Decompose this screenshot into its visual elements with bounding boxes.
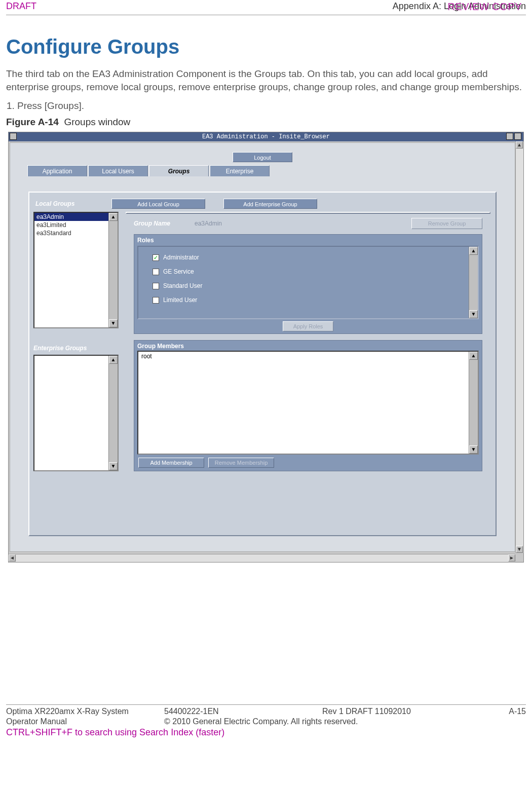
maximize-icon[interactable]	[514, 133, 521, 140]
footer-copyright: © 2010 General Electric Company. All rig…	[164, 717, 480, 726]
search-hint: CTRL+SHIFT+F to search using Search Inde…	[6, 727, 526, 738]
intro-paragraph: The third tab on the EA3 Administration …	[6, 67, 526, 93]
role-label: GE Service	[163, 268, 194, 275]
tab-enterprise[interactable]: Enterprise	[210, 165, 270, 176]
scroll-up-icon[interactable]: ▲	[469, 352, 478, 360]
app-window: EA3 Administration - Insite_Browser ▲ ▼ …	[8, 132, 524, 563]
tab-application[interactable]: Application	[27, 165, 87, 176]
role-label: Limited User	[163, 296, 197, 304]
role-row-ge-service[interactable]: GE Service	[153, 268, 464, 275]
scroll-down-icon[interactable]: ▼	[469, 445, 478, 454]
scroll-down-icon[interactable]: ▼	[469, 310, 478, 318]
checkbox-icon[interactable]: ✓	[153, 254, 159, 261]
listbox-scrollbar[interactable]: ▲ ▼	[469, 247, 478, 318]
scroll-down-icon[interactable]: ▼	[109, 462, 118, 470]
checkbox-icon[interactable]	[153, 283, 159, 289]
window-scrollbar-horizontal[interactable]: ◄ ►	[9, 554, 515, 562]
tab-local-users[interactable]: Local Users	[88, 165, 148, 176]
role-label: Standard User	[163, 282, 202, 289]
list-item[interactable]: ea3Standard	[34, 229, 118, 237]
page-title: Configure Groups	[6, 35, 526, 58]
scroll-down-icon[interactable]: ▼	[109, 319, 118, 327]
group-members-label: Group Members	[137, 343, 479, 350]
scroll-left-icon[interactable]: ◄	[9, 554, 16, 562]
figure-caption: Figure A-14 Groups window	[6, 117, 526, 128]
group-name-value: ea3Admin	[195, 220, 222, 227]
scroll-up-icon[interactable]: ▲	[516, 141, 523, 148]
window-titlebar[interactable]: EA3 Administration - Insite_Browser	[9, 132, 523, 141]
scroll-up-icon[interactable]: ▲	[109, 213, 118, 221]
group-members-listbox[interactable]: root ▲ ▼	[137, 351, 479, 455]
listbox-scrollbar[interactable]: ▲ ▼	[108, 213, 118, 327]
role-label: Administrator	[163, 254, 199, 261]
roles-label: Roles	[137, 237, 479, 244]
group-name-label: Group Name	[134, 220, 179, 227]
roles-section: Roles ✓ Administrator GE Service	[134, 234, 482, 334]
scroll-up-icon[interactable]: ▲	[469, 247, 478, 255]
footer-docnum: 54400222-1EN	[164, 707, 322, 716]
listbox-scrollbar[interactable]: ▲ ▼	[469, 352, 478, 454]
role-row-standard-user[interactable]: Standard User	[153, 282, 464, 289]
local-groups-listbox[interactable]: ea3Admin ea3Limited ea3Standard ▲ ▼	[33, 212, 119, 328]
footer-rev: Rev 1 DRAFT 11092010	[322, 707, 480, 716]
step-1: Press [Groups].	[17, 100, 526, 111]
listbox-scrollbar[interactable]: ▲ ▼	[108, 356, 118, 470]
scroll-right-icon[interactable]: ►	[508, 554, 515, 562]
footer-manual: Operator Manual	[6, 717, 164, 726]
tab-bar: Application Local Users Groups Enterpris…	[27, 165, 515, 176]
groups-panel: Local Groups Add Local Group Add Enterpr…	[28, 192, 497, 536]
window-title: EA3 Administration - Insite_Browser	[202, 133, 330, 140]
group-detail-panel: Group Name ea3Admin Remove Group Roles ✓…	[126, 212, 490, 214]
add-membership-button[interactable]: Add Membership	[138, 458, 204, 468]
scroll-up-icon[interactable]: ▲	[109, 356, 118, 364]
list-item[interactable]: ea3Limited	[34, 221, 118, 229]
role-row-administrator[interactable]: ✓ Administrator	[153, 254, 464, 261]
logout-button[interactable]: Logout	[233, 152, 292, 162]
apply-roles-button[interactable]: Apply Roles	[283, 321, 333, 331]
enterprise-groups-label: Enterprise Groups	[33, 345, 87, 352]
remove-group-button[interactable]: Remove Group	[411, 218, 482, 229]
window-scrollbar-vertical[interactable]: ▲ ▼	[515, 141, 523, 553]
scroll-down-icon[interactable]: ▼	[516, 546, 523, 553]
review-copy-stamp: REVIEW COPY	[447, 1, 522, 13]
minimize-icon[interactable]	[506, 133, 513, 140]
page-footer: Optima XR220amx X-Ray System 54400222-1E…	[6, 704, 526, 726]
tab-groups[interactable]: Groups	[149, 165, 209, 176]
add-enterprise-group-button[interactable]: Add Enterprise Group	[223, 199, 317, 209]
group-members-section: Group Members root ▲ ▼ Add Membersh	[134, 340, 482, 471]
local-groups-label: Local Groups	[35, 200, 111, 207]
footer-product: Optima XR220amx X-Ray System	[6, 707, 164, 716]
role-row-limited-user[interactable]: Limited User	[153, 296, 464, 304]
footer-pagenum: A-15	[480, 707, 526, 716]
list-item[interactable]: ea3Admin	[34, 213, 118, 221]
enterprise-groups-listbox[interactable]: ▲ ▼	[33, 355, 119, 471]
checkbox-icon[interactable]	[153, 297, 159, 304]
app-client-area: Logout Application Local Users Groups En…	[10, 142, 515, 552]
remove-membership-button[interactable]: Remove Membership	[208, 458, 274, 468]
list-item[interactable]: root	[138, 352, 478, 361]
draft-stamp: DRAFT	[6, 1, 36, 12]
window-menu-icon[interactable]	[10, 133, 17, 140]
checkbox-icon[interactable]	[153, 269, 159, 275]
roles-listbox[interactable]: ✓ Administrator GE Service	[137, 246, 479, 319]
add-local-group-button[interactable]: Add Local Group	[111, 199, 205, 209]
